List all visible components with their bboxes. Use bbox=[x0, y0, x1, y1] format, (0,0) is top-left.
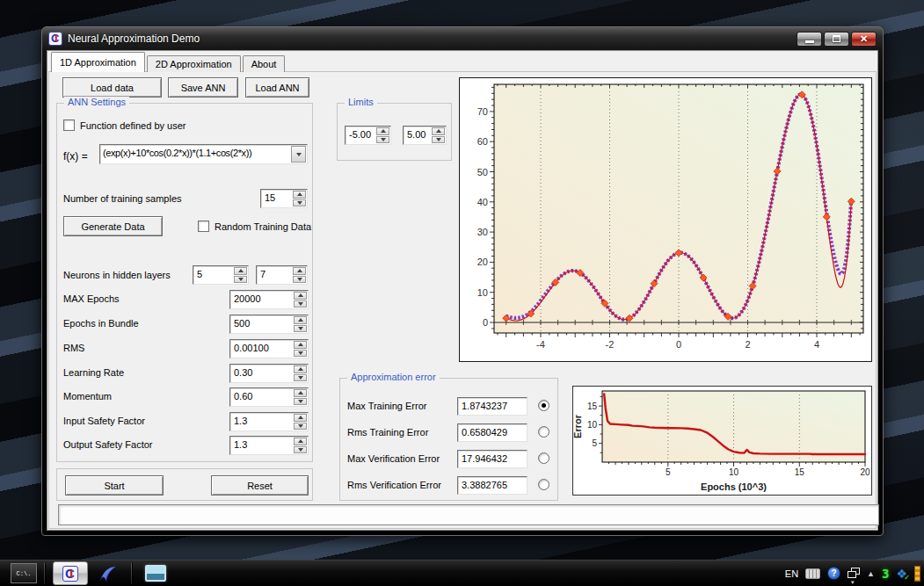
taskbar-separator bbox=[44, 563, 46, 584]
function-defined-by-user-checkbox[interactable]: Function defined by user bbox=[63, 119, 186, 131]
rms-value[interactable]: 0.00100 bbox=[230, 340, 293, 358]
limit-lower-up-button[interactable] bbox=[376, 127, 389, 135]
training-samples-up-button[interactable] bbox=[293, 191, 306, 199]
epochs-in-bundle-down-button[interactable] bbox=[294, 325, 307, 333]
max-training-error-radio[interactable] bbox=[538, 400, 549, 411]
learning-rate-up-button[interactable] bbox=[294, 365, 307, 373]
load-ann-button[interactable]: Load ANN bbox=[245, 77, 309, 98]
limit-upper-up-button[interactable] bbox=[432, 127, 445, 135]
keyboard-icon[interactable] bbox=[805, 568, 820, 579]
output-safety-factor-value[interactable]: 1.3 bbox=[230, 437, 293, 454]
max-verification-error-field[interactable]: 17.946432 bbox=[457, 450, 527, 468]
rms-training-error-field[interactable]: 0.6580429 bbox=[457, 423, 527, 442]
svg-text:2: 2 bbox=[745, 339, 750, 350]
rms-verification-error-radio[interactable] bbox=[538, 479, 549, 490]
input-safety-factor-up-button[interactable] bbox=[294, 414, 307, 422]
max-verification-error-radio[interactable] bbox=[538, 452, 549, 464]
clipped-tray-icon[interactable] bbox=[914, 566, 920, 582]
reset-button[interactable]: Reset bbox=[211, 475, 309, 496]
up-arrow-icon bbox=[298, 318, 303, 322]
limit-lower-spinner[interactable]: -5.00 bbox=[345, 126, 391, 145]
svg-text:0: 0 bbox=[483, 317, 488, 328]
neurons-layer1-spinner[interactable]: 5 bbox=[193, 265, 249, 285]
windows-stack-icon[interactable]: ▾ bbox=[848, 568, 860, 580]
limit-upper-spinner[interactable]: 5.00 bbox=[403, 126, 447, 145]
green-counter-icon[interactable]: 3 bbox=[882, 568, 889, 580]
up-arrow-icon bbox=[298, 416, 303, 419]
taskbar-separator bbox=[131, 563, 133, 584]
momentum-up-button[interactable] bbox=[294, 389, 307, 397]
max-epochs-value[interactable]: 20000 bbox=[230, 291, 293, 308]
rms-up-button[interactable] bbox=[294, 341, 307, 349]
learning-rate-spinner[interactable]: 0.30 bbox=[229, 364, 309, 383]
checkbox-box[interactable] bbox=[198, 221, 209, 232]
neurons-layer2-spinner[interactable]: 7 bbox=[256, 265, 308, 285]
output-safety-factor-down-button[interactable] bbox=[294, 446, 307, 454]
input-safety-factor-value[interactable]: 1.3 bbox=[230, 413, 293, 430]
svg-text:40: 40 bbox=[477, 197, 488, 207]
down-arrow-icon bbox=[298, 424, 303, 428]
epochs-in-bundle-value[interactable]: 500 bbox=[230, 315, 293, 333]
max-epochs-down-button[interactable] bbox=[294, 300, 307, 308]
rms-training-error-radio[interactable] bbox=[538, 426, 549, 438]
tray-show-icons-arrow[interactable]: ▲ bbox=[867, 569, 875, 578]
max-epochs-up-button[interactable] bbox=[294, 292, 307, 300]
neurons-layer1-value[interactable]: 5 bbox=[193, 266, 233, 284]
checkbox-box[interactable] bbox=[63, 119, 75, 131]
taskbar-command-prompt-icon[interactable]: C:\. bbox=[11, 563, 37, 583]
learning-rate-down-button[interactable] bbox=[294, 374, 307, 382]
limit-upper-value[interactable]: 5.00 bbox=[404, 127, 431, 144]
max-epochs-spinner[interactable]: 20000 bbox=[229, 290, 309, 309]
tab-strip: 1D Approximation2D ApproximationAbout bbox=[51, 53, 287, 72]
epochs-in-bundle-spinner[interactable]: 500 bbox=[229, 315, 309, 334]
function-combobox-value[interactable]: (exp(x)+10*cos(0.2*x))*(1.1+cos(2*x)) bbox=[100, 145, 290, 163]
dropbox-icon[interactable]: ❖✓ bbox=[896, 568, 907, 580]
output-safety-factor-up-button[interactable] bbox=[294, 438, 307, 445]
input-safety-factor-spinner[interactable]: 1.3 bbox=[229, 412, 309, 431]
learning-rate-value[interactable]: 0.30 bbox=[230, 365, 293, 382]
epochs-in-bundle-up-button[interactable] bbox=[294, 316, 307, 324]
neurons-label: Neurons in hidden layers bbox=[63, 270, 171, 280]
neurons-layer2-value[interactable]: 7 bbox=[257, 266, 292, 284]
training-samples-down-button[interactable] bbox=[293, 199, 306, 207]
input-safety-factor-down-button[interactable] bbox=[294, 423, 307, 430]
max-training-error-field[interactable]: 1.8743237 bbox=[457, 397, 527, 416]
limit-upper-down-button[interactable] bbox=[432, 136, 445, 144]
rms-verification-error-field[interactable]: 3.3882765 bbox=[457, 476, 527, 495]
language-indicator[interactable]: EN bbox=[785, 568, 798, 579]
start-button[interactable]: Start bbox=[65, 475, 164, 496]
combobox-dropdown-button[interactable] bbox=[291, 146, 306, 163]
taskbar-swoosh-app-icon[interactable] bbox=[92, 561, 124, 585]
taskbar-neural-app-button[interactable]: CI bbox=[53, 561, 88, 585]
neurons-layer2-up-button[interactable] bbox=[293, 267, 306, 275]
neurons-layer1-down-button[interactable] bbox=[234, 276, 247, 284]
rms-spinner[interactable]: 0.00100 bbox=[229, 339, 309, 358]
tab-1d-approximation[interactable]: 1D Approximation bbox=[51, 52, 145, 72]
tab-about[interactable]: About bbox=[243, 55, 286, 72]
load-data-button[interactable]: Load data bbox=[62, 77, 162, 98]
title-bar[interactable]: CI Neural Approximation Demo ✕ bbox=[42, 27, 883, 50]
momentum-value[interactable]: 0.60 bbox=[230, 388, 293, 406]
momentum-spinner[interactable]: 0.60 bbox=[229, 387, 309, 407]
output-safety-factor-spinner[interactable]: 1.3 bbox=[229, 436, 309, 455]
training-samples-spinner[interactable]: 15 bbox=[260, 189, 308, 208]
maximize-button[interactable] bbox=[824, 32, 849, 47]
limit-lower-value[interactable]: -5.00 bbox=[346, 127, 375, 144]
svg-text:30: 30 bbox=[477, 227, 488, 237]
rms-down-button[interactable] bbox=[294, 350, 307, 358]
close-button[interactable]: ✕ bbox=[851, 32, 877, 47]
save-ann-button[interactable]: Save ANN bbox=[168, 77, 238, 98]
training-samples-value[interactable]: 15 bbox=[261, 190, 292, 207]
limits-title: Limits bbox=[345, 97, 377, 107]
taskbar-image-viewer-icon[interactable] bbox=[140, 561, 171, 585]
function-combobox[interactable]: (exp(x)+10*cos(0.2*x))*(1.1+cos(2*x)) bbox=[99, 144, 308, 164]
minimize-button[interactable] bbox=[797, 32, 822, 47]
generate-data-button[interactable]: Generate Data bbox=[63, 216, 163, 236]
limit-lower-down-button[interactable] bbox=[376, 136, 389, 144]
help-icon[interactable]: ? bbox=[827, 567, 840, 580]
random-training-data-checkbox[interactable]: Random Training Data bbox=[198, 221, 311, 232]
tab-2d-approximation[interactable]: 2D Approximation bbox=[147, 55, 241, 72]
momentum-down-button[interactable] bbox=[294, 398, 307, 406]
neurons-layer2-down-button[interactable] bbox=[293, 276, 306, 284]
neurons-layer1-up-button[interactable] bbox=[234, 267, 247, 275]
